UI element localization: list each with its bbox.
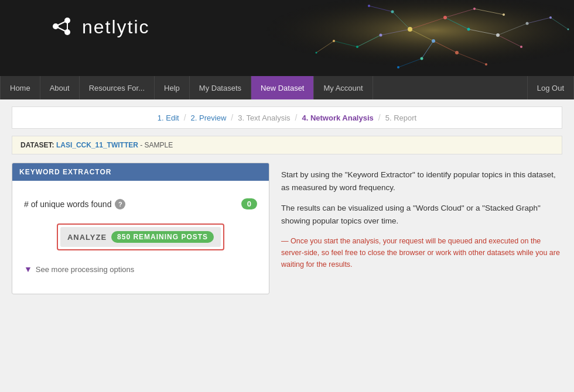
analyze-button[interactable]: ANALYZE 850 REMAINING POSTS bbox=[60, 227, 221, 247]
analyze-wrapper: ANALYZE 850 REMAINING POSTS bbox=[24, 223, 257, 250]
svg-point-27 bbox=[467, 28, 470, 31]
nav-my-account[interactable]: My Account bbox=[314, 76, 373, 99]
keyword-extractor-panel: KEYWORD EXTRACTOR # of unique words foun… bbox=[12, 163, 269, 294]
svg-point-39 bbox=[316, 52, 317, 54]
bc-step-1[interactable]: 1. Edit bbox=[158, 114, 179, 122]
panel-body: # of unique words found ? 0 ANALYZE 850 … bbox=[12, 181, 269, 294]
info-paragraph-1: Start by using the "Keyword Extractor" t… bbox=[281, 169, 562, 194]
breadcrumb: 1. Edit / 2. Preview / 3. Text Analysis … bbox=[12, 106, 562, 129]
analyze-label: ANALYZE bbox=[67, 233, 107, 242]
svg-line-45 bbox=[56, 20, 67, 26]
svg-line-46 bbox=[56, 26, 67, 32]
svg-point-41 bbox=[568, 29, 569, 30]
svg-point-33 bbox=[496, 33, 500, 37]
svg-point-32 bbox=[503, 13, 505, 16]
svg-point-30 bbox=[421, 57, 423, 60]
nav-about[interactable]: About bbox=[40, 76, 80, 99]
svg-point-29 bbox=[455, 51, 459, 54]
navbar: Home About Resources For... Help My Data… bbox=[0, 76, 574, 99]
info-warning: — Once you start the analysis, your requ… bbox=[281, 235, 562, 270]
svg-point-26 bbox=[473, 8, 476, 10]
see-more-options[interactable]: ▼ See more processing options bbox=[24, 262, 257, 276]
nav-help[interactable]: Help bbox=[155, 76, 190, 99]
dataset-suffix: - SAMPLE bbox=[140, 141, 173, 149]
panel-title: KEYWORD EXTRACTOR bbox=[12, 163, 269, 181]
network-bg-visual bbox=[223, 0, 574, 76]
info-panel: Start by using the "Keyword Extractor" t… bbox=[281, 163, 562, 294]
bc-step-4: 4. Network Analysis bbox=[302, 114, 373, 122]
unique-words-row: # of unique words found ? 0 bbox=[24, 198, 257, 209]
info-paragraph-2: The results can be visualized using a "W… bbox=[281, 202, 562, 227]
nav-resources[interactable]: Resources For... bbox=[80, 76, 155, 99]
logo-text: netlytic bbox=[82, 16, 150, 38]
arrow-down-icon: ▼ bbox=[24, 264, 32, 274]
svg-point-21 bbox=[408, 27, 412, 32]
dataset-prefix: DATASET: bbox=[20, 141, 54, 149]
svg-point-25 bbox=[380, 34, 382, 37]
bc-step-5: 5. Report bbox=[385, 114, 416, 122]
logo-icon bbox=[47, 12, 76, 43]
svg-point-40 bbox=[549, 16, 552, 19]
svg-point-34 bbox=[526, 22, 529, 25]
header: netlytic bbox=[0, 0, 574, 76]
nav-home[interactable]: Home bbox=[0, 76, 40, 99]
nav-logout[interactable]: Log Out bbox=[527, 76, 574, 99]
bc-step-2[interactable]: 2. Preview bbox=[191, 114, 227, 122]
help-icon[interactable]: ? bbox=[115, 199, 125, 209]
svg-point-37 bbox=[397, 66, 399, 68]
svg-point-28 bbox=[368, 5, 370, 7]
svg-point-23 bbox=[391, 11, 394, 13]
dataset-name: LASI_CCK_11_TWITTER bbox=[56, 141, 138, 149]
dataset-bar: DATASET: LASI_CCK_11_TWITTER - SAMPLE bbox=[12, 136, 562, 154]
see-more-label: See more processing options bbox=[36, 265, 134, 274]
svg-point-38 bbox=[333, 40, 335, 42]
svg-point-22 bbox=[443, 16, 447, 19]
svg-point-36 bbox=[485, 63, 487, 66]
logo-area: netlytic bbox=[47, 12, 150, 43]
unique-words-count: 0 bbox=[241, 198, 257, 209]
unique-words-label: # of unique words found ? bbox=[24, 199, 125, 209]
analyze-btn-border: ANALYZE 850 REMAINING POSTS bbox=[57, 223, 224, 250]
svg-point-31 bbox=[356, 46, 358, 48]
main-content: KEYWORD EXTRACTOR # of unique words foun… bbox=[12, 163, 562, 294]
svg-point-24 bbox=[432, 39, 435, 43]
svg-rect-0 bbox=[223, 0, 574, 76]
remaining-badge: 850 REMAINING POSTS bbox=[111, 231, 214, 243]
svg-point-35 bbox=[520, 46, 522, 48]
nav-new-dataset[interactable]: New Dataset bbox=[251, 76, 314, 99]
nav-my-datasets[interactable]: My Datasets bbox=[190, 76, 251, 99]
bc-step-3: 3. Text Analysis bbox=[238, 114, 290, 122]
